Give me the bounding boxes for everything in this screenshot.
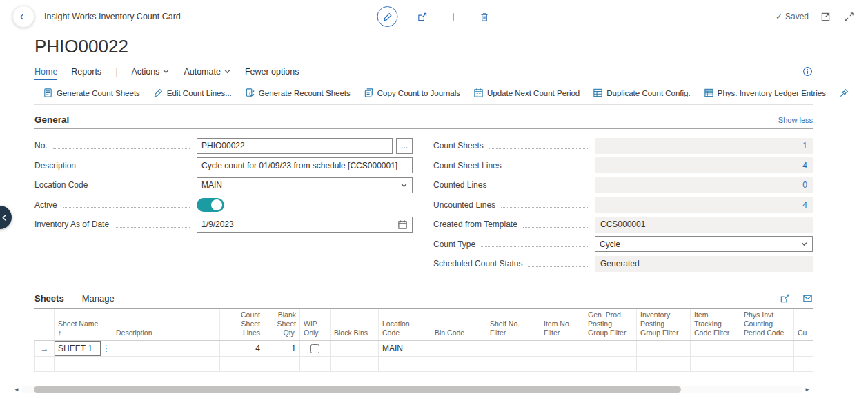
bin-code-cell[interactable] — [431, 340, 486, 356]
count-sheets-value[interactable]: 1 — [595, 138, 813, 154]
item-no-filter-cell[interactable] — [540, 340, 584, 356]
pin-actionbar-button[interactable] — [839, 88, 849, 98]
tab-fewer-options[interactable]: Fewer options — [245, 63, 299, 80]
no-input[interactable] — [197, 138, 393, 154]
back-button[interactable] — [12, 6, 34, 28]
scrollbar-thumb[interactable] — [34, 386, 681, 393]
page-title: PHIO00022 — [34, 36, 813, 57]
scroll-right-button[interactable]: ► — [805, 387, 810, 393]
description-cell[interactable] — [112, 356, 220, 371]
tab-actions[interactable]: Actions — [131, 63, 170, 80]
column-location-code[interactable]: Location Code — [379, 309, 431, 341]
cell-options-button[interactable]: ⋮ — [100, 341, 112, 356]
action-copy-count-to-journals[interactable]: Copy Count to Journals — [364, 88, 460, 98]
sheet-name-cell[interactable] — [55, 356, 112, 371]
active-toggle[interactable] — [197, 198, 224, 212]
shelf-no-filter-cell[interactable] — [486, 356, 540, 371]
counted-lines-value[interactable]: 0 — [595, 177, 813, 193]
tab-automate[interactable]: Automate — [184, 63, 231, 80]
inventory-posting-group-filter-cell[interactable] — [637, 340, 691, 356]
delete-button[interactable] — [478, 10, 491, 23]
uncounted-lines-value[interactable]: 4 — [595, 197, 813, 213]
row-selector-cell[interactable] — [35, 356, 55, 371]
wip-only-checkbox[interactable] — [310, 344, 319, 353]
resize-window-button[interactable] — [842, 10, 856, 23]
description-cell[interactable] — [112, 340, 220, 356]
shelf-no-filter-cell[interactable] — [486, 340, 540, 356]
count-type-select[interactable]: Cycle — [595, 236, 813, 252]
tab-sheets[interactable]: Sheets — [34, 293, 64, 304]
action-update-next-count-period[interactable]: Update Next Count Period — [473, 88, 580, 98]
field-location-code: Location Code MAIN — [34, 175, 413, 195]
field-label: Created from Template — [433, 219, 517, 229]
field-inventory-as-of-date: Inventory As of Date 1/9/2023 — [34, 215, 413, 235]
tab-reports[interactable]: Reports — [71, 63, 101, 80]
item-tracking-code-filter-cell[interactable] — [691, 356, 740, 371]
count-sheet-lines-cell[interactable] — [220, 356, 264, 371]
column-item-no-filter[interactable]: Item No. Filter — [540, 309, 584, 341]
phys-invt-counting-period-code-cell[interactable] — [740, 356, 794, 371]
inventory-posting-group-filter-cell[interactable] — [637, 356, 691, 371]
description-input[interactable] — [197, 157, 413, 173]
scrollbar-track[interactable] — [22, 386, 802, 393]
inventory-date-input[interactable]: 1/9/2023 — [197, 217, 413, 233]
tab-home[interactable]: Home — [34, 63, 57, 80]
row-selector-cell[interactable]: → — [35, 340, 55, 356]
column-shelf-no-filter[interactable]: Shelf No. Filter — [486, 309, 540, 341]
bin-code-cell[interactable] — [431, 356, 486, 371]
edit-button[interactable] — [377, 6, 398, 27]
blank-sheet-qty-cell[interactable]: 1 — [264, 340, 300, 356]
scroll-left-button[interactable]: ◄ — [14, 387, 19, 393]
column-inventory-posting-group-filter[interactable]: Inventory Posting Group Filter — [637, 309, 691, 341]
item-tracking-code-filter-cell[interactable] — [691, 340, 740, 356]
truncated-cell[interactable] — [794, 356, 813, 371]
column-blank-sheet-qty[interactable]: Blank Sheet Qty. — [264, 309, 300, 341]
mail-icon[interactable] — [802, 293, 813, 304]
share-icon[interactable] — [780, 293, 790, 304]
resize-diagonal-icon — [844, 12, 854, 22]
wip-only-cell[interactable] — [300, 356, 331, 371]
column-phys-invt-counting-period-code[interactable]: Phys Invt Counting Period Code — [740, 309, 794, 341]
gen-prod-posting-group-filter-cell[interactable] — [584, 356, 637, 371]
column-item-tracking-code-filter[interactable]: Item Tracking Code Filter — [691, 309, 740, 341]
phys-invt-counting-period-code-cell[interactable] — [740, 340, 794, 356]
action-generate-count-sheets[interactable]: Generate Count Sheets — [43, 88, 140, 98]
share-icon — [417, 12, 428, 22]
gen-prod-posting-group-filter-cell[interactable] — [584, 340, 637, 356]
column-description[interactable]: Description — [112, 309, 220, 341]
toggle-knob — [211, 199, 222, 210]
open-in-window-button[interactable] — [819, 10, 832, 23]
action-phys-inventory-ledger-entries[interactable]: Phys. Inventory Ledger Entries — [704, 88, 826, 98]
help-button[interactable] — [802, 66, 813, 77]
block-bins-cell[interactable] — [331, 356, 379, 371]
count-sheet-lines-value[interactable]: 4 — [595, 157, 813, 173]
location-code-cell[interactable]: MAIN — [379, 340, 431, 356]
tab-manage[interactable]: Manage — [82, 293, 115, 304]
location-code-select[interactable]: MAIN — [197, 177, 413, 193]
column-block-bins[interactable]: Block Bins — [331, 309, 379, 341]
truncated-cell[interactable] — [794, 340, 813, 356]
column-gen-prod-posting-group-filter[interactable]: Gen. Prod. Posting Group Filter — [584, 309, 637, 341]
share-button[interactable] — [416, 10, 429, 23]
column-truncated[interactable]: Cu — [794, 309, 813, 341]
wip-only-cell — [300, 340, 331, 356]
tab-home-label: Home — [34, 67, 57, 77]
column-bin-code[interactable]: Bin Code — [431, 309, 486, 341]
column-count-sheet-lines[interactable]: Count Sheet Lines — [220, 309, 264, 341]
show-less-link[interactable]: Show less — [778, 116, 813, 124]
field-no: No. ... — [34, 136, 413, 156]
action-duplicate-count-config[interactable]: Duplicate Count Config. — [593, 88, 690, 98]
column-wip-only[interactable]: WIP Only — [300, 309, 331, 341]
item-no-filter-cell[interactable] — [540, 356, 584, 371]
no-assist-button[interactable]: ... — [396, 138, 413, 154]
sheet-name-cell[interactable]: SHEET 1 ⋮ — [55, 340, 112, 356]
action-edit-count-lines[interactable]: Edit Count Lines... — [153, 88, 232, 98]
location-code-cell[interactable] — [379, 356, 431, 371]
count-sheet-lines-cell[interactable]: 4 — [220, 340, 264, 356]
blank-sheet-qty-cell[interactable] — [264, 356, 300, 371]
calendar-icon[interactable] — [397, 219, 408, 230]
action-generate-recount-sheets[interactable]: Generate Recount Sheets — [245, 88, 351, 98]
column-sheet-name[interactable]: Sheet Name ↑ — [55, 309, 112, 341]
block-bins-cell[interactable] — [331, 340, 379, 356]
new-record-button[interactable] — [447, 10, 460, 23]
